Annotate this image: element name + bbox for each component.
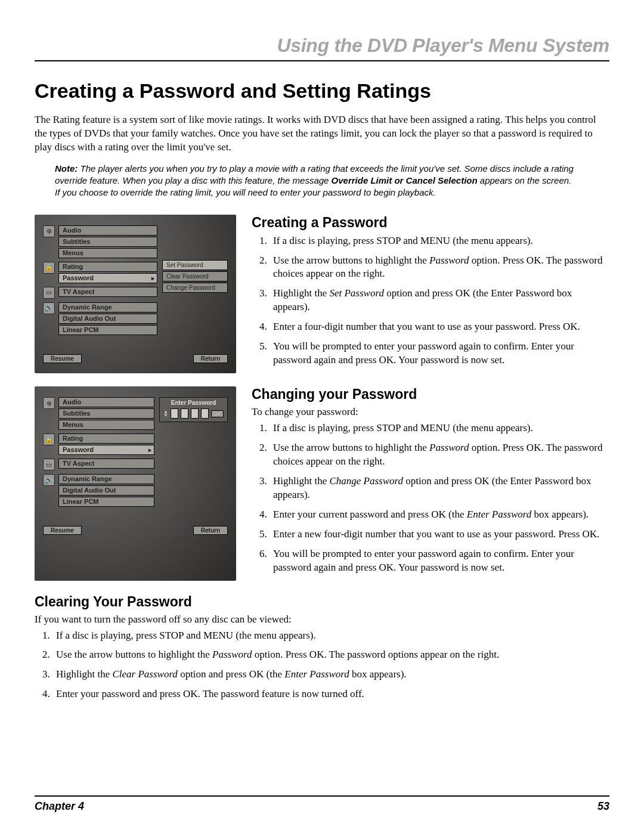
section-title-changing: Changing your Password bbox=[252, 386, 609, 402]
resume-button: Resume bbox=[43, 354, 82, 363]
menu-item: Password bbox=[58, 273, 157, 283]
menu-item: Rating bbox=[58, 433, 154, 444]
section-title-clearing: Clearing Your Password bbox=[35, 594, 609, 610]
menu-group-icon: 🔒 bbox=[43, 262, 55, 274]
list-item: Highlight the Clear Password option and … bbox=[52, 668, 609, 682]
return-button: Return bbox=[193, 526, 228, 535]
menu-item: Digital Audio Out bbox=[58, 314, 157, 324]
menu-group-icon: 🔊 bbox=[43, 474, 55, 486]
running-head: Using the DVD Player's Menu System bbox=[35, 35, 609, 57]
page-title: Creating a Password and Setting Ratings bbox=[35, 79, 609, 103]
footer-chapter: Chapter 4 bbox=[35, 800, 84, 813]
list-item: Enter a four-digit number that you want … bbox=[270, 320, 609, 334]
menu-item: Menus bbox=[58, 248, 157, 258]
list-item: Enter your current password and press OK… bbox=[270, 508, 609, 522]
submenu-item: Set Password bbox=[162, 260, 228, 270]
menu-item: Subtitles bbox=[58, 408, 154, 419]
menu-item: Menus bbox=[58, 420, 154, 430]
menu-group-icon: 🔒 bbox=[43, 433, 55, 445]
menu-item: Audio bbox=[58, 225, 157, 236]
note-paragraph: Note: The player alerts you when you try… bbox=[55, 163, 574, 199]
menu-item: Rating bbox=[58, 262, 157, 272]
list-item: Enter a new four-digit number that you w… bbox=[270, 528, 609, 541]
menu-item: Audio bbox=[58, 397, 154, 407]
list-item: Use the arrow buttons to highlight the P… bbox=[270, 254, 609, 281]
submenu-item: Clear Password bbox=[162, 271, 228, 281]
menu-item: Dynamic Range bbox=[58, 474, 154, 484]
resume-button: Resume bbox=[43, 526, 82, 535]
return-button: Return bbox=[193, 354, 228, 363]
list-item: Use the arrow buttons to highlight the P… bbox=[270, 441, 609, 469]
list-item: You will be prompted to enter your passw… bbox=[270, 547, 609, 575]
clearing-steps: If a disc is playing, press STOP and MEN… bbox=[35, 629, 609, 702]
menu-item: Subtitles bbox=[58, 237, 157, 247]
menu-item: TV Aspect bbox=[58, 459, 154, 469]
list-item: If a disc is playing, press STOP and MEN… bbox=[270, 422, 609, 435]
note-bold-phrase: Override Limit or Cancel Selection bbox=[332, 175, 478, 185]
header-rule bbox=[35, 60, 609, 61]
menu-group-icon: 🔊 bbox=[43, 302, 55, 314]
list-item: If a disc is playing, press STOP and MEN… bbox=[270, 234, 609, 248]
menu-item: Dynamic Range bbox=[58, 302, 157, 312]
menu-item: Linear PCM bbox=[58, 325, 157, 335]
creating-steps: If a disc is playing, press STOP and MEN… bbox=[252, 234, 609, 368]
footer-rule bbox=[35, 795, 609, 797]
list-item: Highlight the Change Password option and… bbox=[270, 475, 609, 502]
section-title-creating: Creating a Password bbox=[252, 215, 609, 231]
submenu-item: Change Password bbox=[162, 283, 228, 293]
menu-group-icon: ▭ bbox=[43, 287, 55, 299]
changing-lead: To change your password: bbox=[252, 406, 609, 418]
list-item: Enter your password and press OK. The pa… bbox=[52, 688, 609, 701]
list-item: Highlight the Set Password option and pr… bbox=[270, 287, 609, 314]
intro-paragraph: The Rating feature is a system sort of l… bbox=[35, 113, 609, 154]
list-item: If a disc is playing, press STOP and MEN… bbox=[52, 629, 609, 643]
menu-item: Linear PCM bbox=[58, 497, 154, 507]
list-item: Use the arrow buttons to highlight the P… bbox=[52, 648, 609, 662]
note-label: Note: bbox=[55, 163, 78, 174]
screenshot-set-password: ⊕AudioSubtitlesMenus🔒RatingPassword▭TV A… bbox=[35, 215, 236, 374]
changing-steps: If a disc is playing, press STOP and MEN… bbox=[252, 422, 609, 574]
clearing-lead: If you want to turn the password off so … bbox=[35, 614, 609, 625]
menu-group-icon: ⊕ bbox=[43, 225, 55, 237]
menu-item: TV Aspect bbox=[58, 287, 157, 297]
footer-page-number: 53 bbox=[597, 800, 609, 813]
menu-item: Digital Audio Out bbox=[58, 485, 154, 496]
screenshot-enter-password: ⊕AudioSubtitlesMenus🔒RatingPassword▭TV A… bbox=[35, 386, 236, 580]
enter-password-box: Enter Password▲▼OK bbox=[159, 397, 228, 422]
menu-group-icon: ⊕ bbox=[43, 397, 55, 409]
list-item: You will be prompted to enter your passw… bbox=[270, 340, 609, 367]
menu-group-icon: ▭ bbox=[43, 459, 55, 470]
menu-item: Password bbox=[58, 445, 154, 455]
